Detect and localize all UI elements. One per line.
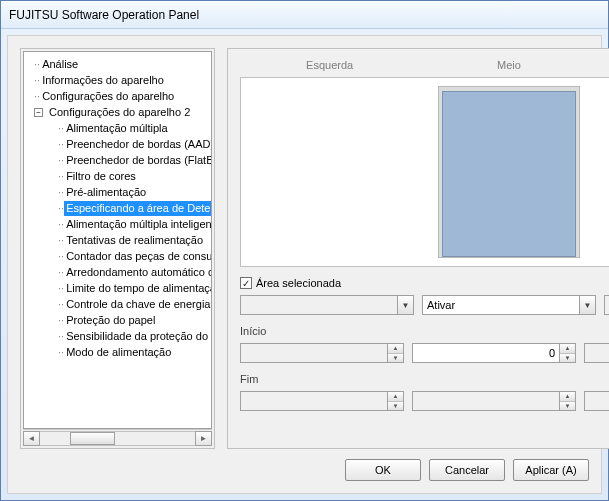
tree-item[interactable]: ·· Sensibilidade da proteção do papel — [28, 328, 211, 344]
tree-item-label: Filtro de cores — [64, 169, 138, 184]
tree-item-label: Alimentação múltipla inteligente — [64, 217, 212, 232]
titlebar[interactable]: FUJITSU Software Operation Panel — [1, 1, 608, 29]
tree-panel: ·· Análise·· Informações do aparelho·· C… — [20, 48, 215, 449]
preview-sheet — [438, 86, 581, 258]
tree-item[interactable]: ·· Informações do aparelho — [28, 72, 211, 88]
tree-item-label: Sensibilidade da proteção do papel — [64, 329, 212, 344]
tree-item[interactable]: ·· Contador das peças de consumo — [28, 248, 211, 264]
scroll-left-button[interactable]: ◄ — [23, 431, 40, 446]
area-preview — [240, 77, 609, 267]
tree-item[interactable]: ·· Análise — [28, 56, 211, 72]
tree-item[interactable]: ·· Tentativas de realimentação — [28, 232, 211, 248]
chevron-down-icon: ▼ — [579, 296, 595, 314]
tree-item-label: Limite do tempo de alimentação — [64, 281, 212, 296]
tree-item-label: Tentativas de realimentação — [64, 233, 205, 248]
tree-item-label: Configurações do aparelho — [40, 89, 176, 104]
tree-item-label: Proteção do papel — [64, 313, 157, 328]
tree-item-label: Controle da chave de energia — [64, 297, 212, 312]
end-label: Fim — [240, 373, 609, 385]
tree-item-label: Contador das peças de consumo — [64, 249, 212, 264]
tree-item-label: Alimentação múltipla — [64, 121, 170, 136]
tree-item[interactable]: ·· Modo de alimentação — [28, 344, 211, 360]
tree-item-label: Especificando a área de Detecção — [64, 201, 212, 216]
tree-item-label: Configurações do aparelho 2 — [47, 105, 192, 120]
end-left-spinner[interactable]: ▲▼ — [240, 391, 404, 411]
app-window: FUJITSU Software Operation Panel ·· Anál… — [0, 0, 609, 501]
start-label: Início — [240, 325, 609, 337]
tree-item[interactable]: ·· Filtro de cores — [28, 168, 211, 184]
start-left-spinner[interactable]: ▲▼ — [240, 343, 404, 363]
dialog-buttons: OK Cancelar Aplicar (A) — [20, 449, 589, 481]
column-headers: Esquerda Meio Direita — [240, 59, 609, 71]
tree-item-label: Preenchedor de bordas (FlatBed) — [64, 153, 212, 168]
area-right-dropdown[interactable]: ▼ — [604, 295, 609, 315]
tree-hscrollbar[interactable]: ◄ ► — [23, 429, 212, 446]
tree-item[interactable]: ·· Alimentação múltipla — [28, 120, 211, 136]
scroll-track[interactable] — [40, 431, 195, 446]
area-left-dropdown[interactable]: ▼ — [240, 295, 414, 315]
end-right-spinner[interactable]: ▲▼ — [584, 391, 609, 411]
col-right-header: Direita — [599, 59, 609, 71]
tree-item-label: Modo de alimentação — [64, 345, 173, 360]
tree-item[interactable]: ·· Controle da chave de energia — [28, 296, 211, 312]
preview-selected-area — [442, 91, 577, 257]
area-selected-label: Área selecionada — [256, 277, 341, 289]
tree-item[interactable]: ·· Especificando a área de Detecção — [28, 200, 211, 216]
cancel-button[interactable]: Cancelar — [429, 459, 505, 481]
area-middle-dropdown[interactable]: Ativar ▼ — [422, 295, 596, 315]
tree-item-label: Arredondamento automático do — [64, 265, 212, 280]
ok-button[interactable]: OK — [345, 459, 421, 481]
start-right-spinner[interactable]: ▲▼ — [584, 343, 609, 363]
tree-item-label: Informações do aparelho — [40, 73, 166, 88]
tree-item[interactable]: ·· Proteção do papel — [28, 312, 211, 328]
tree-item-label: Análise — [40, 57, 80, 72]
tree-item[interactable]: ·· Preenchedor de bordas (AAD) — [28, 136, 211, 152]
col-middle-header: Meio — [419, 59, 598, 71]
tree-item[interactable]: ·· Arredondamento automático do — [28, 264, 211, 280]
tree-item[interactable]: ·· Alimentação múltipla inteligente — [28, 216, 211, 232]
apply-button[interactable]: Aplicar (A) — [513, 459, 589, 481]
scroll-thumb[interactable] — [70, 432, 115, 445]
client-area: ·· Análise·· Informações do aparelho·· C… — [7, 35, 602, 494]
window-title: FUJITSU Software Operation Panel — [9, 8, 199, 22]
tree-item[interactable]: ·· Preenchedor de bordas (FlatBed) — [28, 152, 211, 168]
tree-item[interactable]: ·· Configurações do aparelho — [28, 88, 211, 104]
tree-view[interactable]: ·· Análise·· Informações do aparelho·· C… — [23, 51, 212, 429]
collapse-icon[interactable]: − — [34, 108, 43, 117]
area-selected-checkbox[interactable]: ✓ — [240, 277, 252, 289]
tree-item[interactable]: ·· Pré-alimentação — [28, 184, 211, 200]
start-middle-spinner[interactable]: ▲▼ — [412, 343, 576, 363]
tree-item-label: Pré-alimentação — [64, 185, 148, 200]
end-middle-spinner[interactable]: ▲▼ — [412, 391, 576, 411]
tree-item[interactable]: ·· Limite do tempo de alimentação — [28, 280, 211, 296]
scroll-right-button[interactable]: ► — [195, 431, 212, 446]
chevron-down-icon: ▼ — [397, 296, 413, 314]
tree-item[interactable]: −Configurações do aparelho 2 — [28, 104, 211, 120]
tree-item-label: Preenchedor de bordas (AAD) — [64, 137, 212, 152]
settings-panel: Esquerda Meio Direita ✓ Área seleciona — [227, 48, 609, 449]
col-left-header: Esquerda — [240, 59, 419, 71]
